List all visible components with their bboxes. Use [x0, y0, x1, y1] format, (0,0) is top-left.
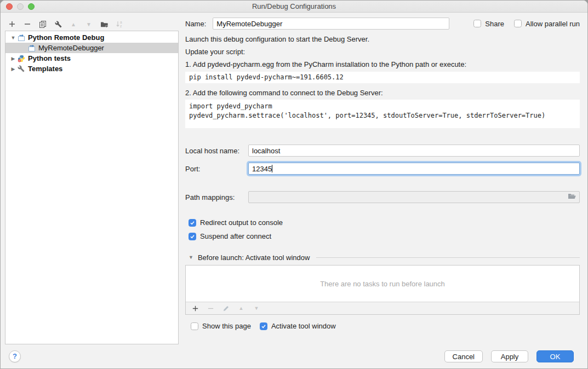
move-down-icon: ▼	[84, 20, 93, 28]
svg-text:a: a	[120, 20, 122, 24]
suspend-after-connect-checkbox[interactable]: Suspend after connect	[185, 232, 580, 240]
page-options-row: Show this page Activate tool window	[185, 322, 580, 330]
remote-debug-icon	[18, 34, 25, 42]
tree-item-python-tests[interactable]: ▶ Python tests	[5, 53, 178, 64]
svg-text:z: z	[120, 24, 122, 28]
checkbox-box[interactable]	[189, 233, 196, 240]
configurations-tree: ▼ Python Remote Debug MyRemoteDebugger	[5, 31, 179, 344]
run-debug-configurations-dialog: Run/Debug Configurations ▲ ▼	[0, 0, 588, 369]
checkbox-box[interactable]	[514, 20, 522, 27]
redirect-output-label: Redirect output to console	[200, 218, 283, 227]
activate-tool-window-label: Activate tool window	[271, 322, 336, 330]
tree-item-label: Python Remote Debug	[28, 33, 104, 42]
expand-arrow-icon[interactable]: ▼	[9, 35, 18, 41]
python-tests-icon	[18, 55, 25, 62]
port-input[interactable]	[248, 163, 580, 175]
checkbox-box[interactable]	[260, 322, 267, 330]
titlebar[interactable]: Run/Debug Configurations	[1, 1, 587, 13]
name-row: Name: Share Allow parallel run	[185, 18, 580, 30]
checkbox-box[interactable]	[473, 20, 481, 27]
edit-defaults-wrench-icon[interactable]	[54, 20, 62, 28]
move-up-icon: ▲	[69, 20, 78, 28]
local-host-name-input[interactable]	[248, 145, 580, 157]
tree-item-label: Templates	[28, 65, 62, 73]
collapse-arrow-icon[interactable]: ▶	[9, 66, 18, 72]
tasks-toolbar: ▲ ▼	[186, 302, 579, 314]
ok-button[interactable]: OK	[536, 350, 574, 362]
tree-item-label: Python tests	[28, 54, 71, 62]
before-launch-title: Before launch: Activate tool window	[198, 253, 310, 262]
tree-item-myremotedebugger[interactable]: MyRemoteDebugger	[5, 43, 178, 53]
tree-item-label: MyRemoteDebugger	[38, 44, 104, 52]
remove-configuration-icon[interactable]	[23, 20, 32, 28]
checkbox-box[interactable]	[191, 322, 198, 330]
local-host-row: Local host name:	[185, 145, 580, 157]
remote-debug-icon	[28, 44, 36, 52]
templates-wrench-icon	[18, 65, 25, 73]
code-line: import pydevd_pycharm	[189, 102, 576, 111]
suspend-after-connect-label: Suspend after connect	[200, 232, 271, 240]
step-2-text: 2. Add the following command to connect …	[185, 88, 580, 98]
share-checkbox[interactable]: Share	[473, 20, 504, 28]
before-launch-section-header[interactable]: ▼ Before launch: Activate tool window	[185, 252, 580, 262]
allow-parallel-run-label: Allow parallel run	[526, 20, 580, 28]
pip-install-code-snippet: pip install pydevd-pycharm~=191.6605.12	[185, 72, 580, 83]
port-label: Port:	[185, 165, 248, 173]
move-task-down-icon: ▼	[252, 304, 261, 313]
section-divider	[316, 257, 580, 258]
show-this-page-checkbox[interactable]: Show this page	[191, 322, 251, 330]
name-input[interactable]	[213, 18, 449, 30]
path-mappings-row: Path mappings:	[185, 191, 580, 203]
cancel-button[interactable]: Cancel	[444, 350, 483, 362]
remove-task-icon	[206, 304, 215, 313]
code-line: pydevd_pycharm.settrace('localhost', por…	[189, 111, 576, 120]
before-launch-tasks-box: There are no tasks to run before launch …	[185, 265, 580, 315]
checkbox-box[interactable]	[189, 219, 196, 227]
step-1-text: 1. Add pydevd-pycharm.egg from the PyCha…	[185, 60, 580, 70]
empty-tasks-message: There are no tasks to run before launch	[186, 266, 579, 302]
redirect-output-checkbox[interactable]: Redirect output to console	[185, 218, 580, 227]
activate-tool-window-checkbox[interactable]: Activate tool window	[260, 322, 336, 330]
add-task-icon[interactable]	[191, 304, 199, 313]
move-task-up-icon: ▲	[237, 304, 246, 313]
copy-configuration-icon[interactable]	[38, 20, 47, 28]
settrace-code-snippet: import pydevd_pycharm pydevd_pycharm.set…	[185, 100, 580, 128]
open-folder-icon[interactable]	[568, 193, 576, 201]
port-row: Port:	[185, 163, 580, 175]
configurations-toolbar: ▲ ▼ a z	[8, 19, 124, 30]
text-caret	[272, 165, 272, 172]
tree-item-python-remote-debug[interactable]: ▼ Python Remote Debug	[5, 32, 178, 43]
edit-task-pencil-icon	[221, 304, 230, 313]
collapse-section-icon[interactable]: ▼	[189, 255, 193, 260]
new-folder-icon[interactable]	[100, 20, 109, 28]
apply-button[interactable]: Apply	[491, 350, 528, 362]
share-label: Share	[485, 20, 504, 28]
description-line-1: Launch this debug configuration to start…	[185, 34, 580, 44]
window-title: Run/Debug Configurations	[1, 2, 587, 10]
tree-item-templates[interactable]: ▶ Templates	[5, 64, 178, 74]
description-line-2: Update your script:	[185, 47, 580, 57]
local-host-name-label: Local host name:	[185, 147, 248, 155]
add-configuration-icon[interactable]	[8, 20, 16, 28]
help-button[interactable]: ?	[9, 350, 21, 362]
sort-alphabetically-icon: a z	[115, 20, 124, 28]
path-mappings-input[interactable]	[248, 191, 580, 203]
show-this-page-label: Show this page	[202, 322, 251, 330]
configuration-editor: Name: Share Allow parallel run Launch th…	[185, 18, 580, 330]
path-mappings-label: Path mappings:	[185, 193, 248, 201]
allow-parallel-run-checkbox[interactable]: Allow parallel run	[514, 20, 580, 28]
collapse-arrow-icon[interactable]: ▶	[9, 56, 18, 61]
name-label: Name:	[185, 20, 206, 28]
dialog-buttons: Cancel Apply OK	[444, 350, 574, 362]
